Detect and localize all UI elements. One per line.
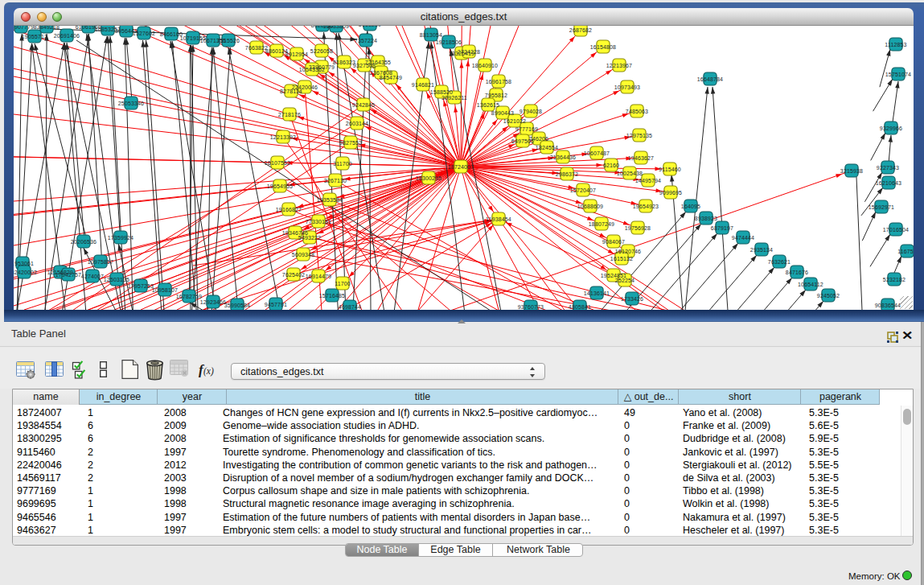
svg-text:17957253: 17957253 — [128, 283, 154, 289]
svg-text:16782759: 16782759 — [176, 294, 202, 299]
svg-text:311700: 311700 — [333, 161, 352, 167]
svg-text:11700: 11700 — [335, 281, 351, 286]
svg-text:9827552: 9827552 — [339, 140, 362, 146]
svg-text:9115460: 9115460 — [659, 167, 681, 172]
svg-text:19756928: 19756928 — [625, 225, 651, 231]
svg-text:7955812: 7955812 — [485, 93, 507, 98]
svg-text:8912954: 8912954 — [285, 51, 308, 57]
svg-text:2687682: 2687682 — [569, 27, 592, 33]
svg-text:1621022: 1621022 — [503, 118, 526, 124]
svg-text:16033809: 16033809 — [323, 26, 349, 29]
svg-text:12213967: 12213967 — [606, 63, 632, 68]
svg-text:18807249: 18807249 — [589, 221, 614, 227]
svg-text:164095: 164095 — [681, 204, 700, 209]
svg-text:5232182: 5232182 — [883, 277, 906, 282]
svg-text:17942757: 17942757 — [55, 272, 81, 278]
svg-text:746206: 746206 — [529, 136, 548, 142]
svg-text:19654923: 19654923 — [633, 204, 659, 209]
svg-text:19654955: 19654955 — [267, 183, 293, 189]
svg-text:20206536: 20206536 — [71, 239, 97, 245]
svg-text:10543362: 10543362 — [299, 67, 325, 72]
svg-text:1112853: 1112853 — [885, 42, 906, 47]
svg-text:7515526: 7515526 — [217, 38, 240, 43]
svg-text:2986372: 2986372 — [556, 171, 578, 177]
svg-text:9245052: 9245052 — [817, 293, 840, 299]
svg-text:10688609: 10688609 — [577, 204, 603, 209]
svg-text:12503135: 12503135 — [104, 277, 129, 282]
svg-text:19166827: 19166827 — [276, 207, 302, 212]
svg-text:2718176: 2718176 — [278, 112, 301, 117]
svg-text:21364436: 21364436 — [550, 154, 576, 160]
svg-text:9099695: 9099695 — [659, 190, 682, 196]
svg-text:16154808: 16154808 — [590, 44, 616, 50]
svg-text:1953061: 1953061 — [14, 261, 34, 266]
svg-text:72164355: 72164355 — [365, 60, 391, 65]
svg-text:30926211: 30926211 — [441, 95, 467, 101]
svg-text:7625402: 7625402 — [282, 272, 305, 278]
svg-text:8454749: 8454749 — [380, 75, 402, 80]
svg-text:9329966: 9329966 — [880, 126, 902, 131]
svg-text:16961758: 16961758 — [486, 79, 511, 84]
svg-text:77330181: 77330181 — [306, 219, 331, 225]
svg-text:1824554: 1824554 — [536, 145, 558, 150]
svg-text:9474444: 9474444 — [732, 235, 754, 241]
svg-text:9777169: 9777169 — [515, 126, 538, 132]
svg-text:19055712: 19055712 — [22, 34, 47, 39]
svg-text:12213392: 12213392 — [270, 134, 296, 140]
svg-text:5493222: 5493222 — [298, 235, 321, 241]
svg-text:1362615: 1362615 — [477, 102, 499, 108]
svg-text:18640910: 18640910 — [472, 63, 498, 68]
svg-text:16107552: 16107552 — [265, 160, 290, 166]
svg-text:20691406: 20691406 — [54, 33, 80, 39]
svg-text:9457791: 9457791 — [265, 302, 287, 307]
svg-text:3267130: 3267130 — [324, 178, 347, 183]
svg-text:18300295: 18300295 — [416, 175, 441, 181]
svg-text:32420002: 32420002 — [14, 270, 37, 275]
svg-text:35990584: 35990584 — [224, 303, 250, 308]
svg-text:15716485: 15716485 — [319, 293, 345, 299]
svg-text:252254: 252254 — [615, 278, 634, 283]
svg-text:19353584: 19353584 — [317, 197, 343, 203]
svg-text:22420046: 22420046 — [292, 84, 318, 90]
svg-text:10975857: 10975857 — [88, 259, 113, 265]
svg-text:10607487: 10607487 — [584, 150, 610, 156]
svg-text:17359924: 17359924 — [108, 235, 133, 241]
svg-text:16914479: 16914479 — [306, 274, 331, 279]
svg-text:5609348: 5609348 — [292, 252, 314, 257]
svg-text:2935134: 2935134 — [750, 247, 773, 253]
svg-text:14136141: 14136141 — [584, 290, 610, 296]
svg-text:9794028: 9794028 — [519, 109, 542, 114]
svg-text:12923466: 12923466 — [200, 299, 226, 305]
svg-text:4274007: 4274007 — [81, 274, 104, 279]
svg-text:83849218: 83849218 — [34, 26, 60, 30]
svg-text:19218506: 19218506 — [436, 39, 462, 45]
svg-text:63907779: 63907779 — [14, 26, 34, 30]
svg-text:2724228: 2724228 — [458, 49, 480, 55]
svg-text:5226058: 5226058 — [310, 48, 333, 54]
svg-text:(x): (x) — [203, 366, 214, 377]
svg-text:10973493: 10973493 — [614, 84, 640, 90]
svg-text:12975135: 12975135 — [626, 133, 652, 138]
svg-text:4805841: 4805841 — [569, 304, 591, 310]
svg-text:9146821: 9146821 — [412, 82, 434, 88]
svg-text:9242845: 9242845 — [352, 102, 375, 108]
svg-text:15692971: 15692971 — [869, 204, 894, 210]
svg-text:17016504: 17016504 — [883, 227, 909, 233]
svg-text:14495794: 14495794 — [635, 178, 661, 183]
svg-text:90836544: 90836544 — [875, 303, 901, 308]
svg-text:8471676: 8471676 — [786, 270, 808, 275]
svg-text:19463627: 19463627 — [628, 155, 654, 161]
svg-text:10958107: 10958107 — [152, 287, 178, 293]
svg-text:62160: 62160 — [603, 163, 619, 168]
svg-text:1588520: 1588520 — [430, 89, 453, 95]
svg-text:4698744: 4698744 — [339, 304, 361, 310]
svg-text:8938923: 8938923 — [695, 216, 717, 221]
svg-text:7357224: 7357224 — [355, 38, 377, 43]
svg-text:8990443: 8990443 — [491, 110, 514, 116]
svg-text:25053346: 25053346 — [118, 101, 144, 106]
svg-text:9227343: 9227343 — [877, 165, 899, 171]
svg-text:10025438: 10025438 — [617, 171, 643, 176]
svg-text:18724007: 18724007 — [448, 164, 474, 170]
svg-text:16120746: 16120746 — [615, 249, 641, 254]
svg-text:8813054: 8813054 — [420, 32, 442, 38]
